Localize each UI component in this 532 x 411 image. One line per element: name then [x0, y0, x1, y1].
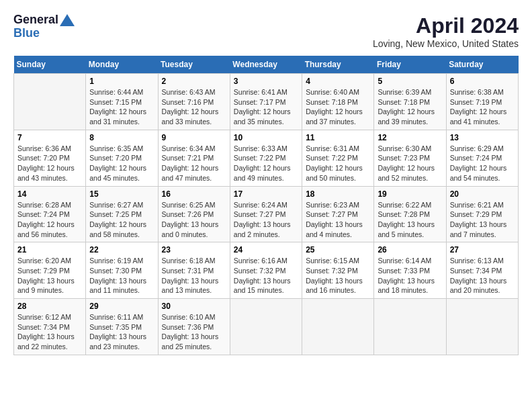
calendar-cell	[14, 74, 86, 130]
calendar-cell: 21Sunrise: 6:20 AMSunset: 7:29 PMDayligh…	[14, 242, 86, 299]
calendar-cell: 5Sunrise: 6:39 AMSunset: 7:18 PMDaylight…	[374, 74, 446, 130]
day-number: 1	[89, 77, 154, 86]
day-info: Sunrise: 6:11 AMSunset: 7:35 PMDaylight:…	[89, 312, 154, 352]
calendar-week-1: 1Sunrise: 6:44 AMSunset: 7:15 PMDaylight…	[14, 74, 519, 130]
day-number: 29	[89, 302, 154, 311]
calendar-cell: 17Sunrise: 6:24 AMSunset: 7:27 PMDayligh…	[230, 186, 302, 242]
day-number: 30	[162, 302, 226, 311]
calendar-cell: 20Sunrise: 6:21 AMSunset: 7:29 PMDayligh…	[446, 186, 518, 242]
day-number: 20	[450, 189, 515, 199]
day-number: 3	[234, 77, 298, 86]
day-number: 25	[306, 245, 370, 255]
day-number: 22	[89, 245, 154, 255]
header-tuesday: Tuesday	[158, 56, 230, 74]
calendar-table: SundayMondayTuesdayWednesdayThursdayFrid…	[13, 56, 519, 355]
calendar-week-2: 7Sunrise: 6:36 AMSunset: 7:20 PMDaylight…	[14, 130, 519, 186]
day-info: Sunrise: 6:27 AMSunset: 7:25 PMDaylight:…	[89, 200, 154, 240]
day-number: 8	[89, 133, 154, 142]
calendar-cell: 10Sunrise: 6:33 AMSunset: 7:22 PMDayligh…	[230, 130, 302, 186]
calendar-cell: 6Sunrise: 6:38 AMSunset: 7:19 PMDaylight…	[446, 74, 518, 130]
logo-icon	[60, 14, 75, 26]
calendar-cell: 22Sunrise: 6:19 AMSunset: 7:30 PMDayligh…	[86, 242, 158, 299]
calendar-cell	[446, 299, 518, 355]
calendar-cell: 16Sunrise: 6:25 AMSunset: 7:26 PMDayligh…	[158, 186, 230, 242]
calendar-cell: 18Sunrise: 6:23 AMSunset: 7:27 PMDayligh…	[302, 186, 374, 242]
calendar-cell: 23Sunrise: 6:18 AMSunset: 7:31 PMDayligh…	[158, 242, 230, 299]
day-number: 15	[89, 189, 154, 199]
calendar-cell: 3Sunrise: 6:41 AMSunset: 7:17 PMDaylight…	[230, 74, 302, 130]
day-info: Sunrise: 6:10 AMSunset: 7:36 PMDaylight:…	[162, 312, 226, 352]
day-number: 13	[450, 133, 515, 142]
day-info: Sunrise: 6:13 AMSunset: 7:34 PMDaylight:…	[450, 256, 515, 295]
day-number: 11	[306, 133, 370, 142]
day-info: Sunrise: 6:44 AMSunset: 7:15 PMDaylight:…	[89, 87, 154, 127]
calendar-cell: 12Sunrise: 6:30 AMSunset: 7:23 PMDayligh…	[374, 130, 446, 186]
calendar-cell: 7Sunrise: 6:36 AMSunset: 7:20 PMDaylight…	[14, 130, 86, 186]
day-number: 7	[17, 133, 82, 142]
day-info: Sunrise: 6:39 AMSunset: 7:18 PMDaylight:…	[378, 87, 442, 127]
calendar-cell: 14Sunrise: 6:28 AMSunset: 7:24 PMDayligh…	[14, 186, 86, 242]
day-info: Sunrise: 6:33 AMSunset: 7:22 PMDaylight:…	[234, 144, 298, 183]
day-info: Sunrise: 6:31 AMSunset: 7:22 PMDaylight:…	[306, 144, 370, 183]
day-info: Sunrise: 6:34 AMSunset: 7:21 PMDaylight:…	[162, 144, 226, 183]
day-number: 4	[306, 77, 370, 86]
subtitle: Loving, New Mexico, United States	[373, 38, 519, 49]
calendar-header-row: SundayMondayTuesdayWednesdayThursdayFrid…	[14, 56, 519, 74]
calendar-cell: 26Sunrise: 6:14 AMSunset: 7:33 PMDayligh…	[374, 242, 446, 299]
calendar-cell: 1Sunrise: 6:44 AMSunset: 7:15 PMDaylight…	[86, 74, 158, 130]
day-number: 17	[234, 189, 298, 199]
day-info: Sunrise: 6:38 AMSunset: 7:19 PMDaylight:…	[450, 87, 515, 127]
header-thursday: Thursday	[302, 56, 374, 74]
day-number: 18	[306, 189, 370, 199]
calendar-cell: 25Sunrise: 6:15 AMSunset: 7:32 PMDayligh…	[302, 242, 374, 299]
day-number: 14	[17, 189, 82, 199]
day-number: 24	[234, 245, 298, 255]
calendar-cell	[230, 299, 302, 355]
calendar-cell: 8Sunrise: 6:35 AMSunset: 7:20 PMDaylight…	[86, 130, 158, 186]
day-number: 26	[378, 245, 442, 255]
calendar-cell: 24Sunrise: 6:16 AMSunset: 7:32 PMDayligh…	[230, 242, 302, 299]
calendar-cell	[302, 299, 374, 355]
calendar-cell: 28Sunrise: 6:12 AMSunset: 7:34 PMDayligh…	[14, 299, 86, 355]
calendar-cell: 4Sunrise: 6:40 AMSunset: 7:18 PMDaylight…	[302, 74, 374, 130]
calendar-week-4: 21Sunrise: 6:20 AMSunset: 7:29 PMDayligh…	[14, 242, 519, 299]
calendar-cell: 29Sunrise: 6:11 AMSunset: 7:35 PMDayligh…	[86, 299, 158, 355]
calendar-cell: 11Sunrise: 6:31 AMSunset: 7:22 PMDayligh…	[302, 130, 374, 186]
day-number: 10	[234, 133, 298, 142]
page-header: General Blue April 2024 Loving, New Mexi…	[13, 13, 519, 49]
day-info: Sunrise: 6:21 AMSunset: 7:29 PMDaylight:…	[450, 200, 515, 240]
calendar-cell: 9Sunrise: 6:34 AMSunset: 7:21 PMDaylight…	[158, 130, 230, 186]
calendar-cell: 2Sunrise: 6:43 AMSunset: 7:16 PMDaylight…	[158, 74, 230, 130]
day-info: Sunrise: 6:30 AMSunset: 7:23 PMDaylight:…	[378, 144, 442, 183]
day-number: 2	[162, 77, 226, 86]
logo-general: General	[13, 13, 58, 27]
main-title: April 2024	[373, 13, 519, 38]
day-number: 9	[162, 133, 226, 142]
svg-marker-0	[60, 14, 75, 26]
day-info: Sunrise: 6:40 AMSunset: 7:18 PMDaylight:…	[306, 87, 370, 127]
day-info: Sunrise: 6:16 AMSunset: 7:32 PMDaylight:…	[234, 256, 298, 295]
day-info: Sunrise: 6:24 AMSunset: 7:27 PMDaylight:…	[234, 200, 298, 240]
day-info: Sunrise: 6:41 AMSunset: 7:17 PMDaylight:…	[234, 87, 298, 127]
header-sunday: Sunday	[14, 56, 86, 74]
day-info: Sunrise: 6:23 AMSunset: 7:27 PMDaylight:…	[306, 200, 370, 240]
header-friday: Friday	[374, 56, 446, 74]
header-monday: Monday	[86, 56, 158, 74]
calendar-cell: 19Sunrise: 6:22 AMSunset: 7:28 PMDayligh…	[374, 186, 446, 242]
day-info: Sunrise: 6:15 AMSunset: 7:32 PMDaylight:…	[306, 256, 370, 295]
calendar-week-5: 28Sunrise: 6:12 AMSunset: 7:34 PMDayligh…	[14, 299, 519, 355]
day-number: 16	[162, 189, 226, 199]
logo: General Blue	[13, 13, 75, 40]
calendar-cell	[374, 299, 446, 355]
day-number: 12	[378, 133, 442, 142]
header-saturday: Saturday	[446, 56, 518, 74]
day-number: 28	[17, 302, 82, 311]
day-number: 23	[162, 245, 226, 255]
day-number: 19	[378, 189, 442, 199]
day-number: 27	[450, 245, 515, 255]
day-info: Sunrise: 6:36 AMSunset: 7:20 PMDaylight:…	[17, 144, 82, 183]
title-block: April 2024 Loving, New Mexico, United St…	[373, 13, 519, 49]
day-info: Sunrise: 6:35 AMSunset: 7:20 PMDaylight:…	[89, 144, 154, 183]
day-number: 6	[450, 77, 515, 86]
day-info: Sunrise: 6:18 AMSunset: 7:31 PMDaylight:…	[162, 256, 226, 295]
